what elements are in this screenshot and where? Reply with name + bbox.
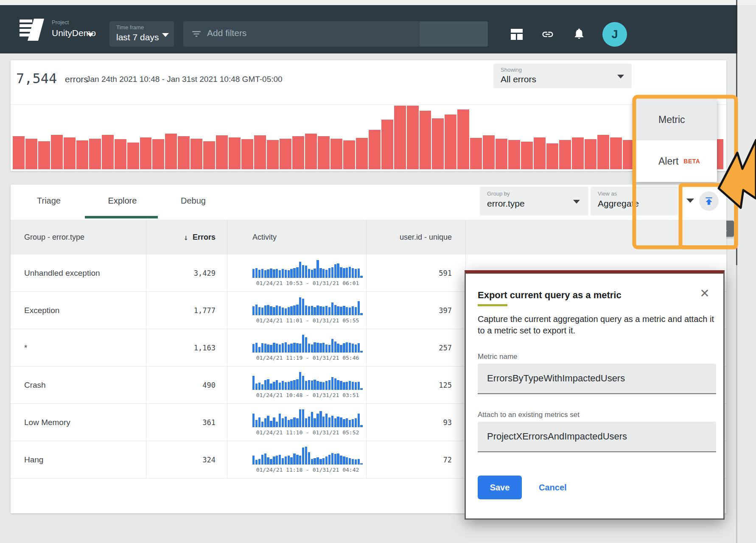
sparkline-bar (285, 417, 287, 427)
activity-date-range: 01/24/21 10:53 - 01/31/21 06:01 (252, 280, 363, 286)
sparkline-bar (322, 458, 325, 465)
sparkline-bar (261, 384, 263, 390)
close-icon[interactable]: ✕ (698, 287, 711, 300)
tab-debug[interactable]: Debug (179, 185, 208, 217)
histogram-bar (115, 139, 126, 169)
column-header-empty (466, 220, 726, 255)
sparkline-bar (258, 383, 260, 390)
column-header-errors[interactable]: ↓ Errors (146, 220, 227, 255)
filters-bar[interactable]: Add filters (183, 21, 488, 47)
sparkline-bar (276, 422, 278, 427)
column-header-group[interactable]: Group - error.type (11, 220, 146, 255)
sparkline-bar (331, 377, 333, 390)
histogram-bar (267, 140, 279, 169)
sparkline-bar (314, 418, 316, 427)
histogram-bar (254, 135, 266, 169)
histogram-bar (241, 139, 253, 169)
sparkline-bar (355, 418, 357, 427)
save-button[interactable]: Save (478, 476, 522, 499)
cancel-button[interactable]: Cancel (539, 476, 567, 499)
backtrace-logo-icon[interactable] (19, 16, 45, 42)
sparkline-bar (296, 343, 298, 353)
sparkline-bar (322, 382, 325, 390)
row-userid-count: 93 (443, 418, 452, 427)
view-as-value: Aggregate (598, 199, 678, 209)
sparkline-bar (358, 414, 360, 427)
sparkline-bar (328, 268, 330, 278)
sparkline-bar (314, 458, 316, 465)
row-activity-cell: 01/24/21 10:48 - 01/31/21 03:51 (227, 367, 367, 403)
showing-select[interactable]: Showing All errors (493, 64, 632, 88)
sparkline-bar (288, 382, 290, 390)
row-errors-count: 1,777 (194, 306, 216, 315)
sparkline-bar (360, 425, 362, 427)
sparkline-bar (337, 380, 339, 390)
sparkline-bar (261, 422, 263, 427)
sparkline-bar (340, 267, 342, 278)
histogram-bar (292, 136, 304, 169)
sparkline-bar (293, 305, 295, 315)
histogram-bar (280, 139, 291, 169)
sparkline-bar (267, 305, 269, 315)
sparkline-bar (282, 308, 284, 315)
sparkline-bar (325, 270, 328, 278)
activity-date-range: 01/24/21 11:01 - 01/31/21 05:55 (252, 317, 363, 324)
histogram-bar (64, 137, 76, 169)
view-as-caret-icon[interactable] (686, 199, 694, 203)
sparkline-bar (358, 301, 360, 315)
column-header-activity[interactable]: Activity (227, 220, 367, 255)
beta-badge: BETA (683, 158, 700, 165)
sparkline-bar (299, 344, 301, 353)
sparkline-bar (314, 342, 316, 353)
activity-sparkline (252, 409, 363, 427)
sparkline-bar (352, 382, 354, 390)
tab-triage[interactable]: Triage (36, 185, 62, 217)
histogram-bar (318, 136, 330, 169)
sparkline-bar (331, 302, 333, 315)
showing-label: Showing (501, 67, 632, 73)
attach-set-field[interactable]: ProjectXErrorsAndImpactedUsers (478, 422, 716, 452)
dashboard-layout-icon[interactable] (510, 28, 523, 41)
metric-name-field[interactable]: ErrorsByTypeWithImpactedUsers (478, 364, 716, 394)
sparkline-bar (264, 344, 266, 353)
menu-item-alert[interactable]: Alert BETA (633, 140, 717, 182)
sparkline-bar (328, 455, 330, 465)
row-userid-count: 72 (443, 456, 452, 464)
histogram-bar (508, 140, 520, 169)
sparkline-bar (285, 308, 287, 315)
histogram-bar (13, 136, 25, 169)
row-userid-count: 397 (439, 306, 452, 315)
column-header-userid[interactable]: user.id - unique (367, 220, 466, 255)
sparkline-bar (282, 343, 284, 353)
sparkline-bar (267, 379, 269, 390)
sparkline-bar (255, 268, 258, 278)
sparkline-bar (346, 342, 348, 353)
sparkline-bar (340, 345, 342, 353)
sparkline-bar (261, 455, 263, 465)
sparkline-bar (337, 417, 339, 427)
sparkline-bar (288, 420, 290, 427)
histogram-bar (623, 140, 635, 169)
sparkline-bar (302, 448, 304, 465)
histogram-bar (76, 140, 88, 169)
group-by-select[interactable]: Group by error.type (480, 187, 588, 216)
sparkline-bar (322, 307, 325, 315)
sparkline-bar (360, 463, 362, 465)
sparkline-bar (352, 344, 354, 353)
window-edge-line-lower (736, 265, 737, 543)
menu-item-metric[interactable]: Metric (633, 99, 717, 140)
sparkline-bar (282, 458, 284, 465)
export-button[interactable] (699, 191, 719, 211)
view-as-select[interactable]: View as Aggregate (591, 187, 678, 216)
sparkline-bar (293, 380, 295, 390)
timeframe-selector[interactable]: Time frame last 7 days (109, 21, 174, 47)
sparkline-bar (288, 456, 290, 465)
sparkline-bar (308, 306, 310, 315)
project-caret-icon[interactable] (87, 33, 94, 37)
tab-explore[interactable]: Explore (107, 185, 137, 217)
sparkline-bar (358, 343, 360, 353)
sparkline-bar (349, 343, 351, 353)
notifications-bell-icon[interactable] (573, 27, 585, 40)
share-link-icon[interactable] (541, 28, 554, 41)
user-avatar[interactable]: J (602, 22, 627, 47)
